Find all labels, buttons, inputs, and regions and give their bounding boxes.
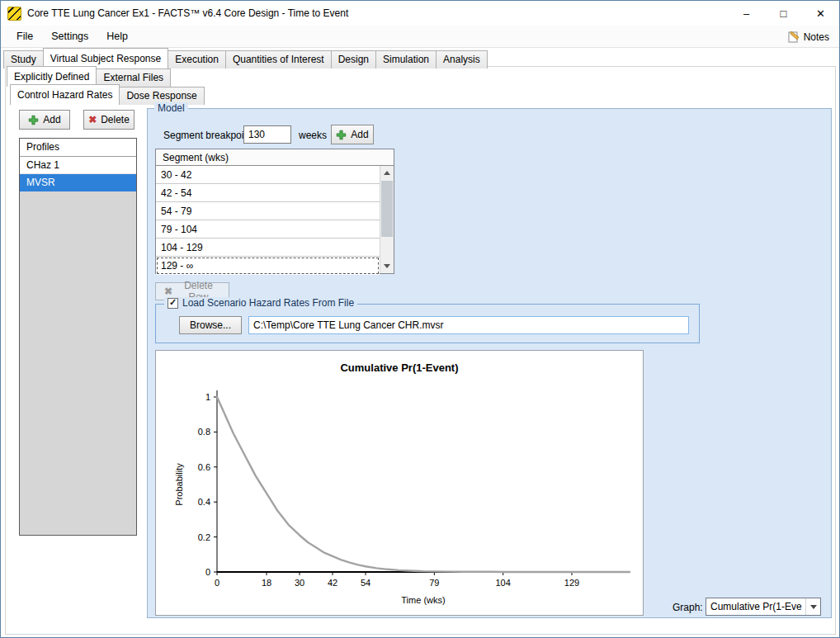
window-title: Core TTE Lung Cancer Ex1 - FACTS™ v6.4 C… — [27, 7, 348, 19]
svg-text:79: 79 — [429, 578, 439, 588]
notes-icon — [788, 31, 800, 43]
browse-label: Browse... — [190, 319, 231, 331]
plus-icon — [28, 115, 39, 125]
close-button[interactable]: ✕ — [802, 1, 839, 26]
title-bar: Core TTE Lung Cancer Ex1 - FACTS™ v6.4 C… — [1, 1, 839, 26]
notes-button[interactable]: Notes — [785, 26, 833, 48]
notes-label: Notes — [804, 31, 829, 43]
tab-design[interactable]: Design — [331, 50, 376, 69]
model-group-label: Model — [154, 102, 188, 114]
svg-text:0.6: 0.6 — [198, 462, 210, 472]
segment-row[interactable]: 30 - 42 — [156, 166, 380, 184]
segment-row[interactable]: 104 - 129 — [156, 239, 380, 257]
delete-profile-button[interactable]: ✖ Delete — [83, 110, 134, 130]
scroll-down-icon[interactable] — [380, 259, 394, 273]
scroll-up-icon[interactable] — [380, 166, 394, 180]
svg-text:129: 129 — [564, 578, 579, 588]
menu-file[interactable]: File — [7, 27, 42, 45]
tab-quantities-of-interest[interactable]: Quantities of Interest — [225, 50, 332, 69]
weeks-label: weeks — [299, 130, 327, 141]
svg-text:30: 30 — [295, 578, 304, 588]
chevron-down-icon[interactable] — [805, 598, 820, 615]
segment-row[interactable]: 79 - 104 — [156, 220, 380, 239]
minimize-button[interactable]: – — [728, 1, 765, 26]
delete-profile-label: Delete — [101, 114, 130, 125]
graph-label: Graph: — [672, 602, 703, 613]
maximize-button[interactable]: □ — [765, 1, 802, 26]
tab-execution[interactable]: Execution — [168, 50, 226, 69]
svg-text:1: 1 — [205, 392, 210, 402]
svg-text:104: 104 — [495, 578, 510, 588]
tab-analysis[interactable]: Analysis — [436, 50, 488, 69]
graph-dropdown-value: Cumulative Pr(1-Eve — [706, 601, 805, 612]
svg-text:0.4: 0.4 — [198, 497, 210, 507]
tab-control-hazard-rates[interactable]: Control Hazard Rates — [10, 84, 120, 105]
hazard-chart-svg: 00.20.40.60.8101830425479104129Time (wks… — [156, 351, 643, 615]
segment-row[interactable]: 54 - 79 — [156, 202, 380, 220]
load-file-checkbox[interactable] — [168, 298, 178, 309]
svg-text:0: 0 — [205, 567, 210, 577]
menu-bar: File Settings Help Notes — [1, 26, 839, 48]
hazard-chart: Cumulative Pr(1-Event) 00.20.40.60.81018… — [155, 350, 644, 616]
menu-settings[interactable]: Settings — [42, 27, 97, 45]
plus-icon — [336, 130, 347, 140]
profile-row-mvsr[interactable]: MVSR — [20, 174, 136, 191]
load-file-label: Load Scenario Hazard Rates From File — [182, 297, 354, 309]
profiles-list: Profiles CHaz 1 MVSR — [19, 138, 137, 536]
svg-text:0.8: 0.8 — [198, 427, 210, 437]
profiles-header: Profiles — [20, 139, 136, 157]
add-segment-button[interactable]: Add — [331, 125, 374, 144]
segment-breakpoint-label: Segment breakpoint: — [163, 130, 255, 141]
segments-column-header: Segment (wks) — [156, 149, 394, 166]
add-profile-button[interactable]: Add — [19, 110, 70, 130]
svg-text:Probability: Probability — [174, 463, 184, 506]
svg-text:54: 54 — [361, 578, 370, 588]
svg-text:18: 18 — [262, 578, 271, 588]
segments-scrollbar[interactable] — [380, 166, 394, 273]
file-path-field[interactable]: C:\Temp\Core TTE Lung Cancer CHR.mvsr — [248, 316, 689, 334]
load-scenario-group: Load Scenario Hazard Rates From File Bro… — [155, 304, 700, 343]
graph-dropdown[interactable]: Cumulative Pr(1-Eve — [706, 598, 821, 616]
tab-simulation[interactable]: Simulation — [375, 50, 437, 69]
segment-breakpoint-input[interactable] — [243, 125, 291, 144]
app-window: Core TTE Lung Cancer Ex1 - FACTS™ v6.4 C… — [0, 0, 840, 638]
segment-row[interactable]: 42 - 54 — [156, 184, 380, 202]
add-segment-label: Add — [351, 129, 368, 140]
delete-icon: ✖ — [88, 114, 97, 125]
segment-row[interactable]: 129 - ∞ — [156, 257, 380, 275]
add-profile-label: Add — [43, 114, 60, 125]
scrollbar-thumb[interactable] — [381, 181, 393, 237]
app-logo-icon — [7, 7, 21, 21]
svg-text:42: 42 — [328, 578, 337, 588]
segments-table: Segment (wks) 30 - 42 42 - 54 54 - 79 79… — [155, 149, 394, 274]
svg-text:0: 0 — [215, 578, 219, 588]
delete-row-icon: ✖ — [164, 286, 172, 297]
browse-button[interactable]: Browse... — [179, 316, 242, 334]
menu-help[interactable]: Help — [97, 27, 137, 45]
svg-text:Time (wks): Time (wks) — [401, 595, 445, 605]
profile-row-chaz1[interactable]: CHaz 1 — [20, 157, 136, 174]
model-group: Model Segment breakpoint: weeks Add Segm… — [147, 108, 832, 618]
svg-text:0.2: 0.2 — [198, 532, 210, 542]
